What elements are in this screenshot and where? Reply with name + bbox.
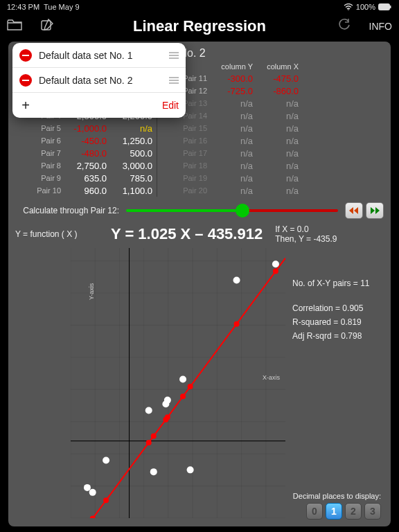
drag-handle-icon[interactable] (169, 77, 179, 84)
wifi-icon (344, 3, 353, 10)
svg-point-45 (103, 456, 109, 463)
decimals-row: Decimal places to display: 0123 (293, 492, 381, 520)
equation-lhs: Y = function ( X ) (15, 229, 98, 239)
step-back-button[interactable] (345, 202, 363, 219)
table-row[interactable]: Pair 15n/an/a (161, 122, 299, 134)
svg-point-39 (233, 276, 240, 283)
pair-label: Pair 17 (161, 149, 207, 157)
svg-line-24 (71, 258, 285, 518)
cell-y: -300.0 (207, 73, 253, 84)
delete-icon[interactable] (19, 74, 32, 87)
battery-icon (378, 3, 392, 10)
cell-x: 3,000.0 (107, 161, 152, 171)
cell-y: -450.0 (61, 136, 107, 146)
drag-handle-icon[interactable] (169, 52, 179, 59)
pair-label: Pair 10 (15, 186, 61, 195)
svg-point-31 (273, 269, 278, 274)
table-row[interactable]: Pair 9635.0785.0 (15, 172, 152, 184)
cell-y: n/a (207, 148, 253, 159)
table-row[interactable]: Pair 20n/an/a (161, 184, 299, 197)
table-row[interactable]: Pair 10960.01,100.0 (15, 184, 152, 197)
cell-x: n/a (253, 161, 299, 171)
cell-x: -475.0 (253, 73, 299, 84)
stat-corr: Correlation = 0.905 (292, 303, 370, 313)
cell-y: n/a (207, 111, 253, 121)
x-axis-label: X-axis (263, 374, 280, 381)
cell-x: n/a (253, 123, 299, 134)
step-fwd-button[interactable] (366, 202, 384, 219)
cell-y: n/a (207, 123, 253, 134)
col-header-x: column X (253, 62, 299, 71)
pair-label: Pair 16 (161, 136, 207, 145)
add-icon[interactable]: + (19, 98, 32, 114)
svg-point-32 (165, 414, 170, 420)
status-bar: 12:43 PM Tue May 9 100% (0, 0, 399, 14)
refresh-icon[interactable] (337, 18, 351, 35)
folder-icon[interactable] (7, 19, 22, 34)
cell-x: n/a (253, 111, 299, 121)
slider-row: Calculate through Pair 12: (15, 202, 384, 219)
cell-x: -860.0 (253, 86, 299, 96)
table-row[interactable]: Pair 5-1,000.0n/a (15, 122, 152, 134)
pair-label: Pair 15 (161, 124, 207, 132)
cell-x: n/a (253, 173, 299, 184)
table-row[interactable]: Pair 6-450.01,250.0 (15, 134, 152, 147)
dataset-popover: Default data set No. 1 Default data set … (12, 43, 186, 118)
pair-label: Pair 19 (161, 174, 207, 182)
pair-slider[interactable] (126, 205, 338, 216)
decimal-btn-0[interactable]: 0 (306, 503, 323, 520)
cell-y: n/a (207, 136, 253, 146)
pair-label: Pair 9 (15, 174, 61, 182)
equation-text: Y = 1.025 X – 435.912 (111, 225, 263, 243)
nav-bar: Linear Regression INFO (0, 14, 399, 39)
svg-point-36 (89, 489, 96, 496)
pair-label: Pair 7 (15, 149, 61, 157)
cell-y: 635.0 (61, 173, 107, 184)
info-button[interactable]: INFO (369, 21, 392, 32)
table-row[interactable]: Pair 7-480.0500.0 (15, 147, 152, 159)
dataset-item-label: Default data set No. 2 (39, 75, 162, 86)
svg-point-43 (164, 397, 171, 404)
stat-adj: Adj R-sqrd = 0.798 (292, 331, 370, 341)
dataset-list-item[interactable]: Default data set No. 2 (12, 68, 186, 93)
table-row[interactable]: Pair 19n/an/a (161, 172, 299, 184)
cell-y: -725.0 (207, 86, 253, 96)
cell-y: n/a (207, 161, 253, 171)
stats-panel: No. of X-Y pairs = 11 Correlation = 0.90… (292, 278, 370, 341)
edit-button[interactable]: Edit (162, 100, 179, 111)
table-row[interactable]: Pair 82,750.03,000.0 (15, 159, 152, 172)
cell-x: 1,250.0 (107, 136, 152, 146)
decimal-btn-3[interactable]: 3 (364, 503, 381, 520)
cell-x: n/a (253, 186, 299, 196)
then-y: Then, Y = -435.9 (275, 234, 337, 244)
pair-label: Pair 18 (161, 161, 207, 170)
decimal-btn-1[interactable]: 1 (326, 503, 342, 520)
pair-label: Pair 6 (15, 136, 61, 145)
svg-point-28 (234, 321, 240, 327)
dataset-item-label: Default data set No. 1 (39, 50, 162, 61)
dataset-list-item[interactable]: Default data set No. 1 (12, 43, 186, 68)
delete-icon[interactable] (19, 49, 32, 62)
svg-point-44 (179, 375, 186, 382)
cell-y: -1,000.0 (61, 123, 107, 134)
table-row[interactable]: Pair 16n/an/a (161, 134, 299, 147)
pair-label: Pair 5 (15, 124, 61, 132)
cell-x: n/a (253, 148, 299, 159)
decimal-btn-2[interactable]: 2 (345, 503, 362, 520)
status-time: 12:43 PM Tue May 9 (7, 3, 80, 11)
table-row[interactable]: Pair 17n/an/a (161, 147, 299, 159)
stat-rsq: R-squared = 0.819 (292, 317, 370, 327)
cell-y: n/a (207, 98, 253, 109)
table-row[interactable]: Pair 18n/an/a (161, 159, 299, 172)
pair-label: Pair 20 (161, 186, 207, 195)
compose-icon[interactable] (40, 18, 54, 35)
cell-y: 960.0 (61, 186, 107, 196)
cell-x: 785.0 (107, 173, 152, 184)
dataset-add-row: + Edit (12, 93, 186, 118)
scatter-chart: Y-axis X-axis (71, 248, 285, 518)
cell-y: -480.0 (61, 148, 107, 159)
slider-caption: Calculate through Pair 12: (15, 206, 119, 215)
svg-rect-2 (390, 6, 391, 8)
pair-label: Pair 8 (15, 161, 61, 170)
svg-rect-1 (379, 4, 390, 10)
